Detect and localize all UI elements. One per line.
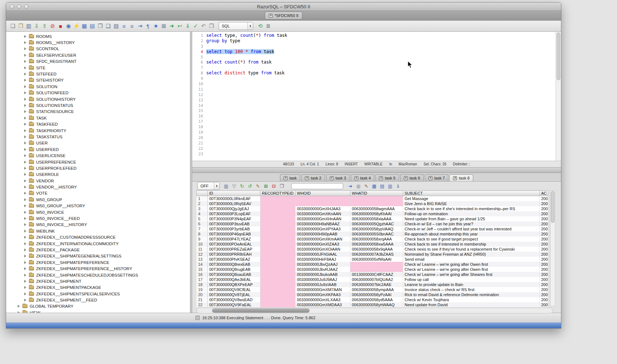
close-tab-icon[interactable]: ✕: [428, 176, 432, 180]
editor-line[interactable]: 23: [194, 151, 561, 157]
messages-log-icon[interactable]: ≣: [264, 22, 272, 30]
editor-line[interactable]: 17: [194, 119, 561, 124]
editor-line[interactable]: 2group by type: [194, 38, 561, 44]
tree-item-userlicense[interactable]: USERLICENSE: [6, 152, 190, 159]
cell-id[interactable]: 00T3000000QV8TjEAL: [208, 292, 260, 297]
expand-arrow-icon[interactable]: [24, 255, 26, 257]
cell-id[interactable]: 00T3000000L0RknEAF: [208, 196, 260, 202]
cell-id[interactable]: 00T3000000QAeJbEAL: [208, 277, 260, 282]
cell-subject[interactable]: Need update from Bain – gave go ahead 1/…: [403, 216, 540, 221]
cell-subject[interactable]: Follow-up on nomination: [403, 211, 540, 216]
table-row[interactable]: 1300T3000000PfvKSEAZ0033000000HirF8AAJ00…: [197, 257, 548, 262]
results-grid[interactable]: IDRECORDTYPEIDWHOIDWHATIDSUBJECTAC 100T3…: [192, 190, 561, 307]
tree-item-taskfeed[interactable]: TASKFEED: [6, 121, 190, 127]
cell-id[interactable]: 00T3000000Q8rugEAB: [208, 267, 260, 272]
tree-item-sitehistory[interactable]: SITEHISTORY: [6, 77, 190, 83]
indent-sql-icon[interactable]: ⇥: [136, 22, 144, 30]
expand-arrow-icon[interactable]: [24, 129, 26, 132]
tree-item-zkfedex-shipmentpackage[interactable]: ZKFEDEX__SHIPMENTPACKAGE: [6, 285, 190, 291]
cell-recordtypeid[interactable]: [260, 221, 295, 226]
cell-whatid[interactable]: 00630000005xfWaAAI: [350, 257, 403, 262]
insert-row-icon[interactable]: ⊞: [262, 182, 269, 190]
expand-arrow-icon[interactable]: [24, 66, 26, 69]
cell-id[interactable]: 00T3000000PREZaEAP: [208, 247, 260, 252]
cell-recordtypeid[interactable]: [260, 201, 295, 206]
cell-subject[interactable]: Check-in w/ Ed – can he join this year?: [403, 221, 540, 226]
column-header-subject[interactable]: SUBJECT: [403, 191, 540, 196]
editor-line[interactable]: 21: [194, 140, 561, 146]
go-forward-icon[interactable]: ➜: [168, 22, 176, 30]
expand-arrow-icon[interactable]: [24, 104, 26, 107]
cell-whatid[interactable]: 0013000000C4fFCAAZ: [350, 272, 403, 277]
undo-icon[interactable]: ↶: [200, 22, 207, 30]
expand-arrow-icon[interactable]: [24, 299, 26, 302]
tree-item-zkfedex-package[interactable]: ZKFEDEX__PACKAGE: [6, 247, 190, 253]
tree-item-w50-invoice-feed[interactable]: W50_INVOICE__FEED: [6, 215, 190, 221]
expand-arrow-icon[interactable]: [24, 223, 26, 226]
cell-subject[interactable]: Rick to email David & reference Delmonte…: [403, 292, 540, 297]
cell-ac[interactable]: 200: [540, 201, 548, 206]
cell-whoid[interactable]: 0033000000GmXKnAAN: [295, 211, 350, 216]
expand-arrow-icon[interactable]: [24, 85, 26, 88]
cell-ac[interactable]: 200: [540, 277, 548, 282]
cell-id[interactable]: 00T3000000QV9FaEAL: [208, 302, 260, 307]
favorites-icon[interactable]: ★: [152, 22, 160, 30]
open-folder-icon[interactable]: ❐: [17, 22, 25, 30]
table-row[interactable]: 1700T3000000QAeJbEAL0033000000Ju9J9AAJ00…: [197, 277, 548, 282]
expand-arrow-icon[interactable]: [24, 192, 26, 195]
expand-arrow-icon[interactable]: [24, 267, 26, 270]
tree-item-user[interactable]: USER: [6, 140, 190, 146]
result-tab-task-4[interactable]: ✕task 4: [351, 174, 374, 181]
expand-arrow-icon[interactable]: [18, 305, 20, 308]
cell-whatid[interactable]: [350, 262, 403, 267]
result-tab-task-6[interactable]: ✕task 6: [400, 174, 424, 181]
table-row[interactable]: 1800T3000000QBXPeEAP0033000000Ju9zIAAB00…: [197, 282, 548, 287]
editor-line[interactable]: 16: [194, 113, 561, 119]
expand-arrow-icon[interactable]: [24, 123, 26, 126]
editor-line[interactable]: 5: [194, 55, 561, 60]
tree-item-zkfedex-customaddresssource[interactable]: ZKFEDEX__CUSTOMADDRESSSOURCE: [6, 234, 190, 240]
tree-item-userprofilefeed[interactable]: USERPROFILEFEED: [6, 165, 190, 171]
close-tab-icon[interactable]: ✕: [284, 176, 288, 180]
tree-item-weblink[interactable]: WEBLINK: [6, 228, 190, 234]
cell-recordtypeid[interactable]: [260, 226, 295, 231]
tree-item-vendor[interactable]: VENDOR: [6, 178, 190, 184]
cell-ac[interactable]: 200: [540, 282, 548, 287]
cell-whatid[interactable]: 006300000058x9qAAA: [350, 247, 403, 252]
result-tab-task[interactable]: ✕task: [280, 174, 300, 181]
cell-recordtypeid[interactable]: [260, 237, 295, 242]
cell-ac[interactable]: 200: [540, 206, 548, 211]
drop-table-icon[interactable]: ⊘: [49, 22, 56, 30]
close-window-button[interactable]: [10, 4, 14, 9]
cell-whoid[interactable]: 0033000000GmXLXAA3: [295, 297, 350, 302]
close-tab-icon[interactable]: ✕: [330, 176, 334, 180]
tree-item-userpreference[interactable]: USERPREFERENCE: [6, 159, 190, 165]
column-header-whoid[interactable]: WHOID: [295, 191, 350, 196]
cell-whatid[interactable]: 006300000058yd5AAA: [350, 297, 403, 302]
cell-id[interactable]: 00T3000000QBXPeEAP: [208, 282, 260, 287]
editor-line[interactable]: 15: [194, 108, 561, 113]
refresh-results-icon[interactable]: ↻: [238, 182, 246, 190]
table-row[interactable]: 1200T3000000PRR8rEAH0033000000JFhGlAAL00…: [197, 252, 548, 257]
tree-item-zkfedex-internationalcommodity[interactable]: ZKFEDEX__INTERNATIONALCOMMODITY: [6, 240, 190, 247]
tree-item-zkfedex-shipmatescheduledjobssettings[interactable]: ZKFEDEX__SHIPMATESCHEDULEDJOBSSETTINGS: [6, 272, 190, 278]
column-header-rownum[interactable]: [197, 191, 208, 196]
cell-subject[interactable]: Leanne to provide update to Bain: [403, 282, 540, 287]
cell-ac[interactable]: 200: [540, 247, 548, 252]
scrollbar-thumb[interactable]: [551, 191, 555, 223]
tree-item-zkfedex-shipmatepreference-history[interactable]: ZKFEDEX__SHIPMATEPREFERENCE__HISTORY: [6, 265, 190, 272]
editor-line[interactable]: 18: [194, 124, 561, 130]
align-left-icon[interactable]: ≡: [120, 22, 128, 30]
clipboard-history-icon[interactable]: ❒: [208, 22, 215, 30]
editor-horizontal-scrollbar[interactable]: [192, 167, 561, 173]
cell-subject[interactable]: Check back to see if good target prospec…: [403, 237, 540, 242]
editor-line[interactable]: 11: [194, 87, 561, 92]
query-results-icon[interactable]: ▦: [81, 22, 88, 30]
cell-whoid[interactable]: 0033000000GmXKPAA3: [295, 292, 350, 297]
cell-whoid[interactable]: 0033000000Ju9zIAAB: [295, 282, 350, 287]
editor-line[interactable]: 8select distinct type from task: [194, 70, 561, 76]
cell-id[interactable]: 00T3000000P3tuvEAB: [208, 221, 260, 226]
expand-arrow-icon[interactable]: [24, 204, 26, 207]
table-info-icon[interactable]: ◉: [65, 22, 72, 30]
zoom-window-button[interactable]: [24, 4, 29, 9]
